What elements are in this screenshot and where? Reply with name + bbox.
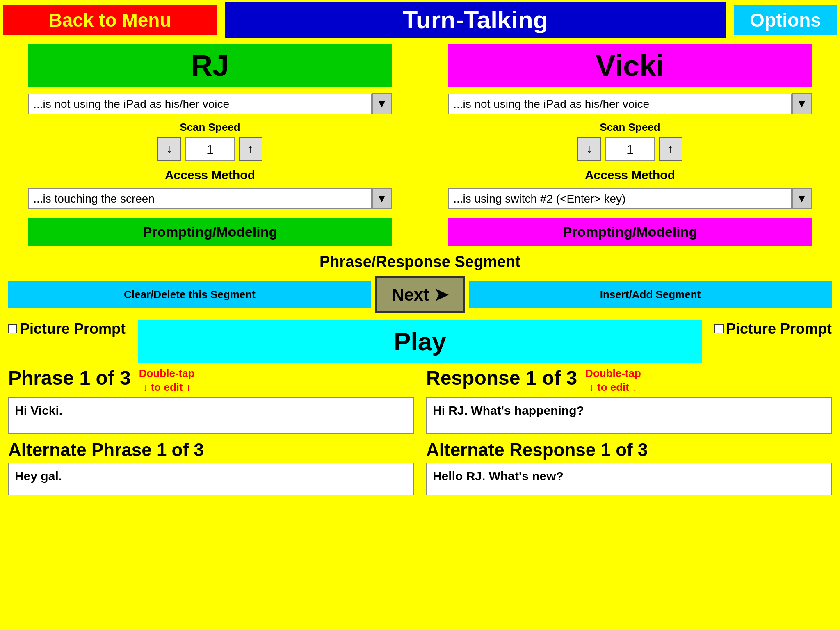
phrase-double-tap-line1: Double-tap bbox=[139, 367, 195, 381]
right-scan-speed-value: 1 bbox=[605, 137, 655, 161]
left-scan-speed-row: ↓ 1 ↑ bbox=[158, 137, 262, 161]
phrase-double-tap: Double-tap ↓ to edit ↓ bbox=[139, 367, 195, 395]
right-scan-up-button[interactable]: ↑ bbox=[659, 137, 682, 161]
response-header: Response 1 of 3 Double-tap ↓ to edit ↓ bbox=[426, 367, 832, 395]
left-scan-speed-label: Scan Speed bbox=[180, 121, 240, 134]
left-voice-dropdown-row: ...is not using the iPad as his/her voic… bbox=[28, 93, 392, 114]
left-access-method-label: Access Method bbox=[165, 168, 255, 182]
scan-down-icon-2: ↓ bbox=[587, 142, 592, 155]
response-double-tap: Double-tap ↓ to edit ↓ bbox=[585, 367, 641, 395]
left-scan-speed-value: 1 bbox=[185, 137, 235, 161]
left-prompting-button[interactable]: Prompting/Modeling bbox=[28, 218, 392, 246]
right-player-name-button[interactable]: Vicki bbox=[448, 44, 812, 87]
segment-controls: Clear/Delete this Segment Next ➤ Insert/… bbox=[8, 276, 832, 313]
right-picture-prompt: Picture Prompt bbox=[714, 320, 832, 338]
right-access-dropdown-row: ...is using switch #2 (<Enter> key) ▼ bbox=[448, 188, 812, 209]
right-prompting-button[interactable]: Prompting/Modeling bbox=[448, 218, 812, 246]
phrase-header: Phrase 1 of 3 Double-tap ↓ to edit ↓ bbox=[8, 367, 414, 395]
right-picture-prompt-checkbox[interactable] bbox=[714, 324, 724, 333]
dropdown-arrow-icon-3: ▼ bbox=[796, 97, 808, 110]
alt-response-title: Alternate Response 1 of 3 bbox=[426, 440, 832, 460]
alt-phrase-title: Alternate Phrase 1 of 3 bbox=[8, 440, 414, 460]
phrase-title: Phrase 1 of 3 bbox=[8, 367, 131, 389]
right-scan-down-button[interactable]: ↓ bbox=[578, 137, 601, 161]
alt-phrase-text-box[interactable]: Hey gal. bbox=[8, 463, 414, 495]
clear-segment-button[interactable]: Clear/Delete this Segment bbox=[8, 281, 371, 308]
dropdown-arrow-icon: ▼ bbox=[376, 97, 388, 110]
left-access-dropdown-arrow[interactable]: ▼ bbox=[372, 188, 392, 209]
left-picture-prompt-checkbox[interactable] bbox=[8, 324, 17, 333]
left-picture-prompt-label: Picture Prompt bbox=[20, 320, 126, 338]
left-access-dropdown-row: ...is touching the screen ▼ bbox=[28, 188, 392, 209]
dropdown-arrow-icon-4: ▼ bbox=[796, 192, 808, 205]
right-voice-dropdown-row: ...is not using the iPad as his/her voic… bbox=[448, 93, 812, 114]
play-section: Picture Prompt Play Picture Prompt bbox=[0, 320, 840, 363]
phrase-double-tap-line2: ↓ to edit ↓ bbox=[139, 381, 195, 395]
response-double-tap-line2: ↓ to edit ↓ bbox=[585, 381, 641, 395]
next-label: Next bbox=[392, 285, 429, 305]
scan-up-icon-2: ↑ bbox=[668, 142, 673, 155]
right-scan-speed-label: Scan Speed bbox=[600, 121, 660, 134]
left-player-column: RJ ...is not using the iPad as his/her v… bbox=[8, 44, 412, 246]
insert-segment-button[interactable]: Insert/Add Segment bbox=[469, 281, 832, 308]
left-access-select[interactable]: ...is touching the screen bbox=[28, 188, 372, 209]
next-button[interactable]: Next ➤ bbox=[375, 276, 465, 313]
segment-section: Phrase/Response Segment Clear/Delete thi… bbox=[0, 253, 840, 313]
phrase-text-box[interactable]: Hi Vicki. bbox=[8, 397, 414, 434]
left-scan-up-button[interactable]: ↑ bbox=[239, 137, 262, 161]
response-text-box[interactable]: Hi RJ. What's happening? bbox=[426, 397, 832, 434]
segment-title: Phrase/Response Segment bbox=[8, 253, 832, 271]
left-voice-select[interactable]: ...is not using the iPad as his/her voic… bbox=[28, 94, 372, 114]
right-access-method-label: Access Method bbox=[585, 168, 675, 182]
page-title: Turn-Talking bbox=[225, 2, 726, 38]
right-picture-prompt-label: Picture Prompt bbox=[726, 320, 832, 338]
next-arrow-icon: ➤ bbox=[434, 285, 448, 305]
options-button[interactable]: Options bbox=[734, 5, 837, 35]
alternate-row: Alternate Phrase 1 of 3 Hey gal. Alterna… bbox=[0, 440, 840, 495]
left-scan-down-button[interactable]: ↓ bbox=[158, 137, 181, 161]
response-double-tap-line1: Double-tap bbox=[585, 367, 641, 381]
header: Back to Menu Turn-Talking Options bbox=[0, 0, 840, 40]
left-player-name-button[interactable]: RJ bbox=[28, 44, 392, 87]
play-button[interactable]: Play bbox=[138, 320, 702, 363]
player-settings: RJ ...is not using the iPad as his/her v… bbox=[0, 44, 840, 246]
phrase-column: Phrase 1 of 3 Double-tap ↓ to edit ↓ Hi … bbox=[8, 367, 414, 434]
right-player-column: Vicki ...is not using the iPad as his/he… bbox=[428, 44, 832, 246]
response-title: Response 1 of 3 bbox=[426, 367, 577, 389]
dropdown-arrow-icon-2: ▼ bbox=[376, 192, 388, 205]
scan-down-icon: ↓ bbox=[167, 142, 172, 155]
alt-response-column: Alternate Response 1 of 3 Hello RJ. What… bbox=[426, 440, 832, 495]
alt-response-text-box[interactable]: Hello RJ. What's new? bbox=[426, 463, 832, 495]
alt-phrase-column: Alternate Phrase 1 of 3 Hey gal. bbox=[8, 440, 414, 495]
back-to-menu-button[interactable]: Back to Menu bbox=[3, 5, 217, 35]
phrase-response-row: Phrase 1 of 3 Double-tap ↓ to edit ↓ Hi … bbox=[0, 367, 840, 434]
left-picture-prompt: Picture Prompt bbox=[8, 320, 126, 338]
right-access-dropdown-arrow[interactable]: ▼ bbox=[792, 188, 812, 209]
right-voice-dropdown-arrow[interactable]: ▼ bbox=[792, 93, 812, 114]
right-scan-speed-row: ↓ 1 ↑ bbox=[578, 137, 682, 161]
left-voice-dropdown-arrow[interactable]: ▼ bbox=[372, 93, 392, 114]
right-access-select[interactable]: ...is using switch #2 (<Enter> key) bbox=[448, 188, 792, 209]
response-column: Response 1 of 3 Double-tap ↓ to edit ↓ H… bbox=[426, 367, 832, 434]
scan-up-icon: ↑ bbox=[248, 142, 253, 155]
right-voice-select[interactable]: ...is not using the iPad as his/her voic… bbox=[448, 94, 792, 114]
